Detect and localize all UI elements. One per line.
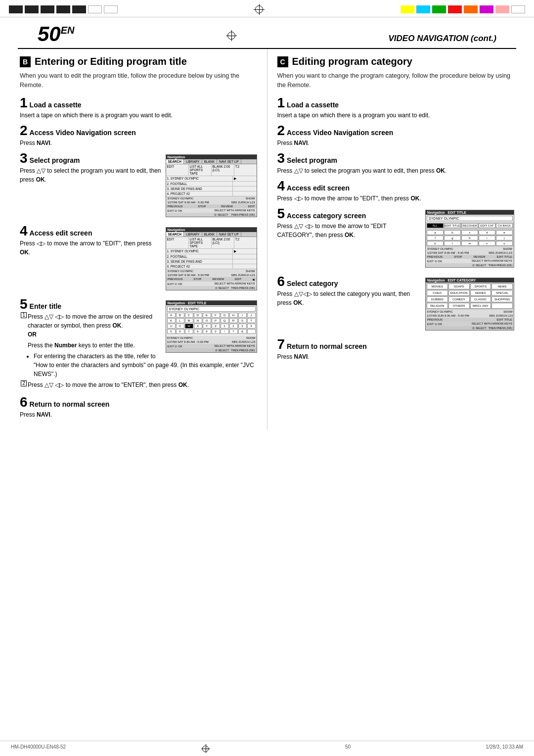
right-step-4: 4 Access edit screen Press ◁▷ to move th… xyxy=(277,179,515,203)
page-header: 50EN VIDEO NAVIGATION (cont.) xyxy=(18,17,516,49)
right-step-4-num: 4 xyxy=(277,179,285,193)
sub-step-2: 2 Press △▽ ◁▷ to move the arrow to "ENTE… xyxy=(28,380,257,389)
left-step-5-substeps: 1 Press △▽ ◁▷ to move the arrow on the d… xyxy=(20,312,257,339)
left-step-4-num: 4 xyxy=(20,224,28,238)
left-step-3: Navigation SEARCH LIBRARY BLANK NAVI SET… xyxy=(20,151,257,220)
left-step-2-num: 2 xyxy=(20,124,28,138)
section-c-header: C Editing program category xyxy=(277,56,515,67)
left-step-3-title: Select program xyxy=(30,156,80,164)
left-step-5: Navigation EDIT TITLE SYDNEY OLYMPIC ABC… xyxy=(20,297,257,391)
left-step-2-body: Press NAVI. xyxy=(20,139,257,147)
nav-screen-title: Navigation xyxy=(166,155,257,159)
right-step-1-title: Load a cassette xyxy=(287,101,339,109)
step-5-bullets: For entering the characters as the title… xyxy=(20,352,257,378)
right-step-1-body: Insert a tape on which there is a progra… xyxy=(277,111,515,120)
left-step-6-num: 6 xyxy=(20,395,28,409)
section-title: VIDEO NAVIGATION (cont.) xyxy=(389,34,496,44)
left-step-1-body: Insert a tape on which there is a progra… xyxy=(20,111,257,120)
section-b-title: Entering or Editing program title xyxy=(35,56,187,67)
right-step-2-num: 2 xyxy=(277,124,285,138)
nav-footer: EXIT ⊙ OK SELECT WITH ARROW KEYS xyxy=(166,208,257,213)
section-c-desc: When you want to change the program cate… xyxy=(277,71,515,90)
nav-screen-step3: Navigation SEARCH LIBRARY BLANK NAVI SET… xyxy=(166,154,257,217)
right-step-2: 2 Access Video Navigation screen Press N… xyxy=(277,124,515,147)
footer-center: 50 xyxy=(345,744,351,753)
compass-crosshair xyxy=(226,30,237,41)
right-step-6-title: Select category xyxy=(287,280,338,287)
nav-row-3: 3. SEINE DE FINIS AND xyxy=(166,187,257,191)
bar-block-2 xyxy=(25,5,39,13)
nav-screen-step4: Navigation SEARCH LIBRARY BLANK NAVI SET… xyxy=(166,227,257,290)
right-step-7-body: Press NAVI. xyxy=(277,352,515,361)
left-step-5-num: 5 xyxy=(20,297,28,311)
right-step-3-title: Select program xyxy=(287,156,337,164)
nav-info-2: 1/27/99 SAT 9:30 AM - 5:30 PM SBS ZURICH… xyxy=(166,200,257,204)
left-step-6-header: 6 Return to normal screen xyxy=(20,395,257,409)
color-cyan xyxy=(416,5,430,13)
sub-step-1: 1 Press △▽ ◁▷ to move the arrow on the d… xyxy=(28,312,257,339)
right-step-3: 3 Select program Press △▽ to select the … xyxy=(277,151,515,175)
color-green xyxy=(432,5,446,13)
top-bar-right-colors xyxy=(400,5,525,13)
nav-row-4: 4. PROJECT #2 xyxy=(166,191,257,196)
right-step-7-title: Return to normal screen xyxy=(287,342,367,350)
col-left: B Entering or Editing program title When… xyxy=(9,49,267,430)
right-step-2-body: Press NAVI. xyxy=(277,139,515,147)
top-compass xyxy=(118,4,400,15)
right-step-7: 7 Return to normal screen Press NAVI. xyxy=(277,337,515,361)
color-red xyxy=(448,5,462,13)
nav-tabs: SEARCH LIBRARY BLANK NAVI SET UP xyxy=(166,159,257,164)
nav-tab-search: SEARCH xyxy=(166,159,184,164)
left-step-1: 1 Load a cassette Insert a tape on which… xyxy=(20,96,257,120)
right-step-5-title: Access category screen xyxy=(287,212,366,220)
footer-right: 1/28/3, 10:33 AM xyxy=(486,744,523,753)
left-step-4-header: 4 Access edit screen xyxy=(20,224,162,238)
right-step-3-num: 3 xyxy=(277,151,285,165)
nav-instructions: ⊙ SELECT THEN PRESS (OK) xyxy=(166,213,257,217)
nav-screen4-tabs: SEARCH LIBRARY BLANK NAVI SET UP xyxy=(166,232,257,237)
bar-block-7 xyxy=(104,5,118,13)
bar-block-3 xyxy=(41,5,54,13)
right-step-6: Navigation EDIT CATEGORY MOVIES SOAPS SP… xyxy=(277,275,515,333)
nav-row-1: 1. SYDNEY OLYMPIC ▶ xyxy=(166,176,257,182)
left-step-4-title: Access edit screen xyxy=(30,229,92,237)
section-c-letter: C xyxy=(277,56,288,67)
right-step-1: 1 Load a cassette Insert a tape on which… xyxy=(277,96,515,120)
nav-tab-library: LIBRARY xyxy=(184,159,202,164)
left-step-5-title: Enter title xyxy=(30,302,62,310)
top-bar-left-blocks xyxy=(9,5,118,13)
crosshair-icon xyxy=(254,4,265,15)
nav-tab-blank: BLANK xyxy=(202,159,217,164)
page-num-suffix: EN xyxy=(61,25,75,36)
left-step-2-header: 2 Access Video Navigation screen xyxy=(20,124,257,138)
bullet-1: For entering the characters as the title… xyxy=(34,352,257,378)
section-b-header: B Entering or Editing program title xyxy=(20,56,257,67)
left-step-1-title: Load a cassette xyxy=(30,101,82,109)
color-white xyxy=(511,5,525,13)
right-step-4-title: Access edit screen xyxy=(287,184,350,192)
page-number: 50EN xyxy=(38,22,75,46)
bar-block-5 xyxy=(72,5,86,13)
footer-compass xyxy=(201,744,210,753)
section-b-letter: B xyxy=(20,56,31,67)
col-right: C Editing program category When you want… xyxy=(267,49,526,430)
color-yellow xyxy=(400,5,414,13)
right-step-5: Navigation EDIT TITLE SYDNEY OLYMPIC ALL… xyxy=(277,207,515,271)
color-pink xyxy=(495,5,509,13)
footer-left: HM-DH40000U-EN48-52 xyxy=(11,744,66,753)
left-step-6-body: Press NAVI. xyxy=(20,410,257,419)
left-step-6-title: Return to normal screen xyxy=(30,400,110,408)
nav-row-header: EDIT LIST ALL SPORTS TAPE BLANK 2:00 (LC… xyxy=(166,164,257,176)
right-step-6-num: 6 xyxy=(277,275,285,288)
right-step-1-num: 1 xyxy=(277,96,285,110)
right-step-3-body: Press △▽ to select the program you want … xyxy=(277,166,515,175)
section-b-desc: When you want to edit the program title,… xyxy=(20,71,257,90)
right-step-5-num: 5 xyxy=(277,207,285,221)
left-step-4: Navigation SEARCH LIBRARY BLANK NAVI SET… xyxy=(20,224,257,293)
cat-screen-step6: Navigation EDIT CATEGORY MOVIES SOAPS SP… xyxy=(425,278,514,331)
color-purple xyxy=(480,5,493,13)
right-step-2-title: Access Video Navigation screen xyxy=(287,129,393,137)
left-step-3-num: 3 xyxy=(20,151,28,165)
nav-tab-navi: NAVI SET UP xyxy=(217,159,241,164)
left-step-1-header: 1 Load a cassette xyxy=(20,96,257,110)
